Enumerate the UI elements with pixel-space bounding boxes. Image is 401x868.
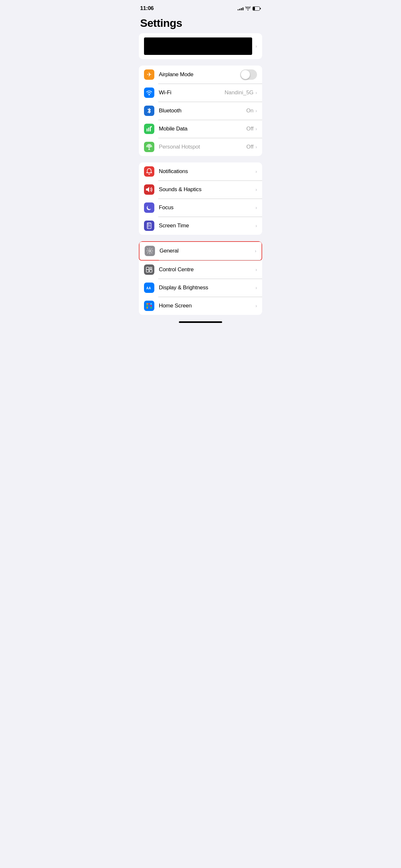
status-time: 11:06	[140, 5, 154, 11]
screen-time-icon	[144, 221, 154, 231]
wifi-icon	[144, 88, 154, 98]
general-label: General	[159, 248, 255, 254]
notifications-icon	[144, 166, 154, 177]
focus-label: Focus	[159, 205, 255, 211]
sounds-haptics-chevron-icon: ›	[255, 187, 257, 192]
svg-point-22	[150, 305, 152, 307]
personal-hotspot-row[interactable]: Personal Hotspot Off ›	[139, 138, 262, 156]
wifi-row[interactable]: Wi-Fi Nandini_5G ›	[139, 84, 262, 102]
svg-point-24	[149, 307, 150, 309]
profile-row[interactable]: ›	[139, 33, 262, 59]
wifi-symbol	[146, 90, 152, 95]
personal-hotspot-chevron-icon: ›	[255, 144, 257, 150]
screen-time-row[interactable]: Screen Time ›	[139, 217, 262, 235]
sound-symbol	[146, 187, 152, 192]
home-indicator	[179, 321, 222, 323]
battery-icon	[252, 6, 261, 11]
svg-point-19	[150, 303, 152, 305]
gear-symbol	[147, 248, 153, 254]
mobile-data-symbol	[146, 126, 152, 132]
svg-rect-3	[147, 128, 148, 131]
general-group: General › Control Centre › AA Display & …	[139, 241, 262, 315]
sounds-haptics-row[interactable]: Sounds & Haptics ›	[139, 181, 262, 198]
hourglass-symbol	[147, 222, 152, 229]
personal-hotspot-icon	[144, 142, 154, 152]
general-icon	[145, 246, 155, 256]
svg-point-25	[150, 307, 152, 309]
airplane-mode-row[interactable]: ✈ Airplane Mode	[139, 66, 262, 84]
control-centre-row[interactable]: Control Centre ›	[139, 260, 262, 279]
notifications-label: Notifications	[159, 168, 255, 175]
display-brightness-row[interactable]: AA Display & Brightness ›	[139, 279, 262, 297]
svg-point-6	[151, 126, 152, 128]
connectivity-group: ✈ Airplane Mode Wi-Fi Nandini_5G › Bluet…	[139, 66, 262, 156]
sliders-symbol	[146, 267, 152, 273]
hotspot-symbol	[146, 144, 152, 150]
svg-rect-1	[253, 7, 255, 10]
mobile-data-icon	[144, 124, 154, 134]
aa-symbol: AA	[146, 285, 153, 290]
home-screen-icon	[144, 301, 154, 311]
svg-point-11	[149, 250, 151, 252]
bluetooth-row[interactable]: Bluetooth On ›	[139, 102, 262, 120]
svg-point-23	[147, 307, 148, 309]
airplane-mode-toggle[interactable]	[240, 69, 257, 80]
home-screen-row[interactable]: Home Screen ›	[139, 297, 262, 315]
profile-info-redacted	[144, 37, 252, 55]
status-icons	[238, 6, 261, 11]
display-brightness-icon: AA	[144, 283, 154, 293]
home-screen-chevron-icon: ›	[255, 303, 257, 308]
control-centre-icon	[144, 265, 154, 275]
airplane-mode-icon: ✈	[144, 69, 154, 80]
wifi-status-icon	[245, 6, 251, 10]
svg-rect-10	[147, 223, 151, 224]
moon-symbol	[146, 205, 152, 211]
notifications-row[interactable]: Notifications ›	[139, 162, 262, 181]
focus-row[interactable]: Focus ›	[139, 198, 262, 217]
svg-point-7	[149, 146, 150, 148]
mobile-data-row[interactable]: Mobile Data Off ›	[139, 120, 262, 138]
mobile-data-chevron-icon: ›	[255, 126, 257, 131]
mobile-data-value: Off	[246, 126, 253, 132]
svg-rect-14	[150, 267, 152, 270]
svg-point-21	[149, 305, 150, 307]
profile-chevron-icon: ›	[255, 43, 257, 49]
general-chevron-icon: ›	[255, 248, 256, 253]
display-brightness-label: Display & Brightness	[159, 284, 255, 291]
wifi-chevron-icon: ›	[255, 90, 257, 95]
svg-point-2	[149, 94, 150, 95]
screen-time-label: Screen Time	[159, 222, 255, 229]
svg-rect-5	[150, 127, 151, 131]
notifications-chevron-icon: ›	[255, 169, 257, 174]
home-screen-label: Home Screen	[159, 303, 255, 309]
bluetooth-label: Bluetooth	[159, 107, 246, 114]
svg-point-20	[147, 305, 148, 307]
bell-symbol	[146, 168, 152, 175]
personal-hotspot-value: Off	[246, 144, 253, 150]
bluetooth-icon	[144, 105, 154, 116]
svg-rect-12	[146, 267, 149, 270]
wifi-value: Nandini_5G	[225, 89, 254, 96]
wifi-label: Wi-Fi	[159, 89, 225, 96]
svg-rect-13	[150, 270, 152, 272]
control-centre-chevron-icon: ›	[255, 267, 257, 272]
sounds-haptics-label: Sounds & Haptics	[159, 186, 255, 193]
svg-point-17	[147, 303, 148, 305]
bluetooth-value: On	[246, 107, 254, 114]
grid-symbol	[146, 303, 152, 309]
page-title: Settings	[134, 14, 267, 33]
control-centre-label: Control Centre	[159, 267, 255, 273]
mobile-data-label: Mobile Data	[159, 126, 246, 132]
airplane-mode-label: Airplane Mode	[159, 71, 240, 78]
airplane-mode-toggle-knob	[241, 70, 250, 79]
bluetooth-symbol	[147, 107, 152, 114]
focus-chevron-icon: ›	[255, 205, 257, 210]
svg-rect-4	[148, 128, 149, 131]
focus-icon	[144, 203, 154, 213]
signal-icon	[238, 6, 243, 10]
status-bar: 11:06	[134, 0, 267, 14]
svg-text:AA: AA	[146, 286, 151, 290]
general-row[interactable]: General ›	[139, 241, 262, 260]
svg-rect-15	[146, 270, 149, 272]
bluetooth-chevron-icon: ›	[255, 108, 257, 113]
